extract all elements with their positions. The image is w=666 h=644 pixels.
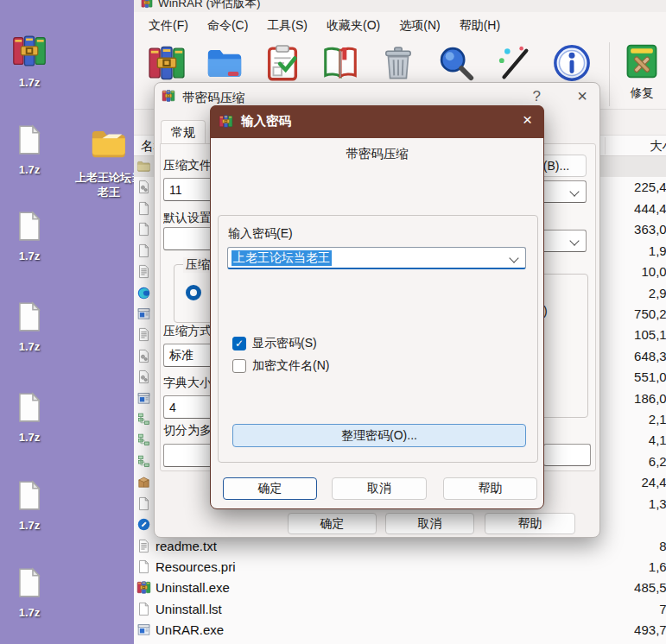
archive-name-input[interactable]: 11 bbox=[163, 178, 215, 201]
chevron-down-icon[interactable] bbox=[509, 253, 518, 262]
blank-page-icon bbox=[13, 479, 46, 512]
desktop-icon-1.7z[interactable]: 1.7z bbox=[5, 479, 54, 532]
method-combo[interactable]: 标准 bbox=[163, 344, 215, 367]
app-window-icon bbox=[136, 622, 151, 637]
file-size: 225,43 bbox=[634, 180, 666, 194]
profiles-combo[interactable] bbox=[163, 227, 215, 250]
file-size: 89 bbox=[659, 539, 666, 553]
desktop-icon-1.7z[interactable]: 1.7z bbox=[5, 300, 54, 353]
file-size: 79 bbox=[659, 602, 666, 616]
file-size: 1,30 bbox=[649, 496, 666, 511]
file-row[interactable]: WhatsNew.txt99,25 bbox=[134, 641, 666, 644]
file-name: UnRAR.exe bbox=[155, 622, 224, 637]
profiles-label: 默认设置 bbox=[163, 211, 212, 226]
desktop-icon-1.7z[interactable]: 1.7z bbox=[5, 391, 54, 444]
file-size: 24,44 bbox=[641, 475, 666, 489]
organize-passwords-button[interactable]: 整理密码(O)... bbox=[232, 424, 526, 447]
plain-file-icon bbox=[136, 243, 151, 258]
file-size: 363,00 bbox=[634, 222, 666, 237]
blank-page-icon bbox=[13, 123, 46, 156]
file-size: 2,18 bbox=[649, 412, 666, 426]
enter-password-dialog: 输入密码 × 带密码压缩 输入密码(E) 上老王论坛当老王 ✓ 显示密码(S) … bbox=[210, 105, 544, 509]
checkbox-checked-icon[interactable]: ✓ bbox=[232, 337, 246, 350]
file-row[interactable]: Uninstall.lst79 bbox=[134, 599, 666, 620]
dialog-titlebar: 输入密码 × bbox=[210, 105, 544, 138]
winrar-dialog-icon bbox=[219, 114, 233, 132]
file-row[interactable]: Resources.pri1,64 bbox=[134, 557, 666, 578]
chevron-down-icon bbox=[569, 186, 579, 196]
file-row[interactable]: UnRAR.exe493,72 bbox=[134, 620, 666, 641]
ok-button[interactable]: 确定 bbox=[223, 477, 317, 500]
help-icon[interactable]: ? bbox=[533, 88, 541, 105]
dialog-heading: 带密码压缩 bbox=[211, 146, 543, 162]
desktop-icon-1.7z[interactable]: 1.7z bbox=[5, 566, 54, 619]
plain-file-icon bbox=[136, 201, 151, 216]
file-size: 551,06 bbox=[634, 369, 666, 384]
tree-diagram-icon bbox=[136, 454, 151, 469]
app-window-icon bbox=[136, 306, 151, 321]
app-window-icon bbox=[136, 391, 151, 406]
split-label: 切分为多个卷 bbox=[163, 423, 212, 439]
method-label: 压缩方式(C) bbox=[163, 324, 212, 339]
desktop-icon-label: 1.7z bbox=[5, 76, 54, 89]
file-size: 444,41 bbox=[634, 201, 666, 216]
blank-page-icon bbox=[13, 391, 46, 424]
radio-selected[interactable] bbox=[186, 285, 201, 300]
encrypt-names-label: 加密文件名(N) bbox=[252, 358, 329, 374]
text-file-icon bbox=[136, 327, 151, 342]
folder-up-icon bbox=[136, 159, 151, 174]
file-size: 2,99 bbox=[649, 286, 666, 300]
file-size: 10,00 bbox=[641, 264, 666, 279]
winrar-books-icon bbox=[11, 33, 48, 69]
folder-icon bbox=[89, 123, 129, 163]
desktop-icon-label: 1.7z bbox=[5, 249, 54, 262]
desktop-icon-1.7z[interactable]: 1.7z bbox=[5, 33, 54, 89]
help-button[interactable]: 帮助 bbox=[443, 477, 537, 500]
plain-file-icon bbox=[136, 222, 151, 237]
ok-button[interactable]: 确定 bbox=[288, 513, 377, 534]
close-icon[interactable]: × bbox=[577, 86, 587, 106]
file-name: Resources.pri bbox=[155, 559, 236, 574]
archive-name-label: 压缩文件名(A) bbox=[163, 158, 212, 174]
desktop-icon-1.7z[interactable]: 1.7z bbox=[5, 210, 54, 262]
cancel-button[interactable]: 取消 bbox=[332, 477, 427, 500]
desktop-icon-1.7z[interactable]: 1.7z bbox=[5, 123, 54, 176]
plain-file-icon bbox=[136, 602, 151, 616]
winrar-dialog-icon bbox=[162, 89, 175, 103]
file-name: readme.txt bbox=[155, 539, 217, 553]
password-label: 输入密码(E) bbox=[228, 226, 293, 242]
tab-general[interactable]: 常规 bbox=[161, 120, 206, 145]
show-password-label: 显示密码(S) bbox=[252, 336, 317, 351]
winrar-dialog-icon bbox=[219, 114, 233, 129]
file-size: 750,23 bbox=[634, 306, 666, 321]
desktop: 1.7z1.7z1.7z1.7z1.7z1.7z1.7z 上老王论坛当 老王 bbox=[0, 0, 134, 644]
dictionary-label: 字典大小(I) bbox=[163, 376, 212, 391]
wrench-circle-icon bbox=[136, 517, 151, 532]
checkbox-unchecked-icon[interactable] bbox=[232, 359, 246, 373]
desktop-icon-label: 1.7z bbox=[5, 431, 54, 444]
desktop-icon-label: 1.7z bbox=[5, 519, 54, 532]
plain-file-icon bbox=[136, 496, 151, 511]
file-name: Uninstall.lst bbox=[155, 602, 222, 616]
split-input[interactable] bbox=[163, 444, 215, 467]
comment-field[interactable] bbox=[543, 444, 591, 466]
tree-diagram-icon bbox=[136, 412, 151, 426]
dictionary-input[interactable]: 4 bbox=[163, 395, 215, 419]
password-input[interactable]: 上老王论坛当老王 bbox=[227, 247, 526, 269]
show-password-row[interactable]: ✓ 显示密码(S) bbox=[232, 336, 317, 351]
encrypt-names-row[interactable]: 加密文件名(N) bbox=[232, 358, 329, 374]
blank-page-icon bbox=[13, 210, 46, 243]
blank-page-icon bbox=[13, 566, 46, 599]
cancel-button[interactable]: 取消 bbox=[385, 513, 474, 534]
gear-file-icon bbox=[136, 180, 151, 194]
file-size: 6,23 bbox=[649, 454, 666, 469]
text-file-icon bbox=[136, 264, 151, 279]
tree-diagram-icon bbox=[136, 432, 151, 447]
chevron-down-icon bbox=[569, 236, 579, 245]
close-icon[interactable]: × bbox=[523, 110, 532, 129]
file-row[interactable]: Uninstall.exe485,52 bbox=[134, 578, 666, 598]
help-button[interactable]: 帮助 bbox=[485, 513, 575, 534]
file-size: 105,13 bbox=[634, 327, 666, 342]
file-row[interactable]: readme.txt89 bbox=[134, 536, 666, 557]
blank-page-icon bbox=[13, 300, 46, 333]
